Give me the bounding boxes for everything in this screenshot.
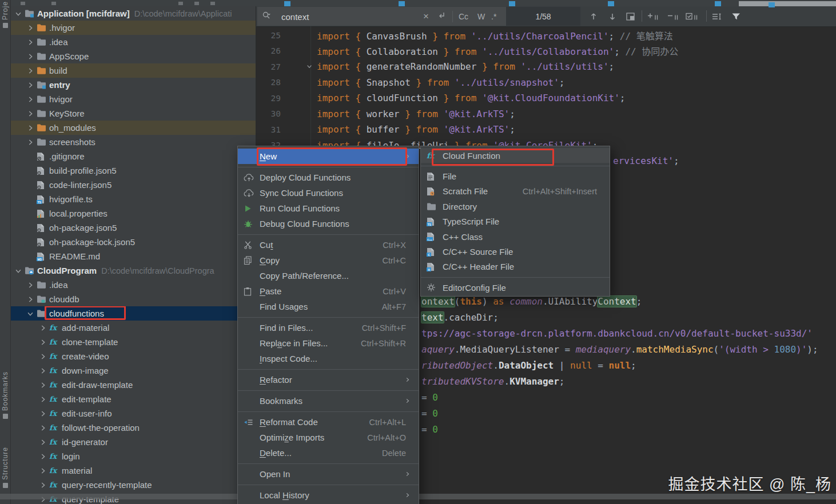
chevron-right-icon[interactable]	[26, 23, 37, 33]
chevron-right-icon[interactable]	[26, 109, 37, 118]
menu-item-replace-in-files[interactable]: Replace in Files... Ctrl+Shift+R	[238, 335, 419, 351]
tree-item-hvigor[interactable]: .hvigor	[10, 21, 256, 35]
tree-item-readme-md[interactable]: MD README.md	[10, 249, 256, 263]
tree-item-cloudfunctions[interactable]: cloudfunctions	[10, 306, 256, 321]
code-line-30[interactable]: 30 import { worker } from '@kit.ArkTS';	[256, 106, 836, 122]
chevron-right-icon[interactable]	[26, 281, 37, 290]
submenu-item-file[interactable]: File	[421, 169, 610, 183]
filter-icon[interactable]	[731, 12, 741, 21]
active-tab-fragment[interactable]	[739, 1, 836, 6]
newline-icon[interactable]	[437, 11, 445, 22]
tree-item-local-properties[interactable]: local.properties	[10, 206, 256, 221]
regex-toggle[interactable]: .*	[491, 12, 496, 21]
chevron-right-icon[interactable]	[39, 352, 49, 361]
tree-item-query-recently-template[interactable]: fx query-recently-template	[10, 478, 256, 492]
tree-item-id-generator[interactable]: fx id-generator	[10, 435, 256, 449]
chevron-right-icon[interactable]	[39, 438, 49, 447]
tree-item-edit-user-info[interactable]: fx edit-user-info	[10, 406, 256, 421]
submenu-item-cloud-function[interactable]: fx Cloud Function	[421, 148, 610, 163]
tree-item-clone-template[interactable]: fx clone-template	[10, 335, 256, 349]
menu-item-copy-path-reference[interactable]: Copy Path/Reference...	[238, 268, 419, 283]
chevron-right-icon[interactable]	[26, 52, 37, 61]
clear-search-icon[interactable]: ×	[423, 11, 429, 22]
menu-item-find-usages[interactable]: Find Usages Alt+F7	[238, 299, 419, 314]
menu-item-local-history[interactable]: Local History	[238, 487, 419, 503]
chevron-right-icon[interactable]	[26, 38, 37, 47]
menu-item-deploy-cloud-functions[interactable]: Deploy Cloud Functions	[238, 170, 419, 185]
menu-item-inspect-code[interactable]: Inspect Code...	[238, 351, 419, 366]
tab-fragment[interactable]	[509, 1, 515, 6]
chevron-right-icon[interactable]	[26, 138, 37, 147]
submenu-item-editorconfig-file[interactable]: EditorConfig File	[421, 280, 610, 295]
menu-item-optimize-imports[interactable]: Optimize Imports Ctrl+Alt+O	[238, 430, 419, 445]
submenu-item-scratch-file[interactable]: Scratch File Ctrl+Alt+Shift+Insert	[421, 184, 610, 199]
code-line-26[interactable]: 26 import { Collaboration } from '../uti…	[256, 43, 836, 59]
menu-item-open-in[interactable]: Open In	[238, 466, 419, 482]
menu-item-run-cloud-functions[interactable]: Run Cloud Functions	[238, 201, 419, 216]
code-line-31[interactable]: 31 import { buffer } from '@kit.ArkTS';	[256, 122, 836, 138]
chevron-right-icon[interactable]	[39, 452, 49, 461]
tree-item-create-video[interactable]: fx create-video	[10, 349, 256, 363]
tree-item-hvigorfile-ts[interactable]: TS hvigorfile.ts	[10, 192, 256, 206]
previous-occurrence-icon[interactable]	[590, 13, 597, 21]
chevron-right-icon[interactable]	[39, 481, 49, 490]
tree-item-application-mcifdraw[interactable]: Application [mcifdraw] D:\code\mcifdraw\…	[10, 6, 256, 21]
match-case-toggle[interactable]: Cc	[459, 12, 468, 21]
tree-item-hvigor[interactable]: hvigor	[10, 92, 256, 106]
add-occurrence-icon[interactable]	[647, 12, 660, 21]
chevron-down-icon[interactable]	[14, 266, 25, 275]
tree-item-oh-package-lock-json5[interactable]: oh-package-lock.json5	[10, 235, 256, 249]
menu-item-sync-cloud-functions[interactable]: Sync Cloud Functions	[238, 185, 419, 201]
tab-fragment[interactable]	[284, 1, 290, 6]
chevron-right-icon[interactable]	[39, 323, 49, 333]
tree-item-edit-template[interactable]: fx edit-template	[10, 392, 256, 406]
menu-item-find-in-files[interactable]: Find in Files... Ctrl+Shift+F	[238, 320, 419, 335]
sidebar-item-project[interactable]: Proje	[0, 1, 10, 28]
remove-occurrence-icon[interactable]	[667, 12, 680, 21]
tree-item-add-material[interactable]: fx add-material	[10, 321, 256, 335]
chevron-right-icon[interactable]	[26, 295, 37, 304]
submenu-item-c-c-header-file[interactable]: H C/C++ Header File	[421, 259, 610, 274]
menu-item-reformat-code[interactable]: Reformat Code Ctrl+Alt+L	[238, 414, 419, 430]
tree-item-oh-modules[interactable]: oh_modules	[10, 121, 256, 135]
open-in-find-window-icon[interactable]	[626, 13, 635, 21]
chevron-right-icon[interactable]	[39, 381, 49, 390]
code-line-28[interactable]: 28 import { Snapshot } from '../utils/sn…	[256, 75, 836, 91]
chevron-right-icon[interactable]	[39, 423, 49, 433]
submenu-item-c-c-source-file[interactable]: C C/C++ Source File	[421, 244, 610, 259]
tree-item-down-image[interactable]: fx down-image	[10, 363, 256, 378]
submenu-item-c-class[interactable]: C++ C++ Class	[421, 229, 610, 244]
menu-item-copy[interactable]: Copy Ctrl+C	[238, 253, 419, 268]
menu-item-paste[interactable]: Paste Ctrl+V	[238, 283, 419, 299]
chevron-down-icon[interactable]	[26, 309, 37, 318]
chevron-down-icon[interactable]	[14, 9, 25, 18]
sidebar-item-bookmarks[interactable]: Bookmarks	[0, 371, 10, 419]
tree-item-login[interactable]: fx login	[10, 449, 256, 463]
tree-item-cloudprogram[interactable]: CloudProgram D:\code\mcifdraw\CloudProgr…	[10, 263, 256, 278]
chevron-right-icon[interactable]	[26, 81, 37, 90]
chevron-right-icon[interactable]	[39, 395, 49, 404]
tree-item-keystore[interactable]: KeyStore	[10, 106, 256, 121]
chevron-right-icon[interactable]	[39, 409, 49, 418]
tree-item-appscope[interactable]: AppScope	[10, 49, 256, 63]
tree-item-oh-package-json5[interactable]: oh-package.json5	[10, 221, 256, 235]
chevron-right-icon[interactable]	[39, 466, 49, 475]
search-options-icon[interactable]	[712, 13, 722, 21]
search-input[interactable]: context × Cc W .*	[257, 7, 506, 26]
tab-fragment[interactable]	[399, 1, 405, 6]
submenu-item-directory[interactable]: Directory	[421, 199, 610, 214]
words-toggle[interactable]: W	[477, 12, 485, 21]
tree-item-build-profile-json5[interactable]: build-profile.json5	[10, 163, 256, 178]
select-all-occurrences-icon[interactable]	[686, 12, 699, 21]
tree-item-idea[interactable]: .idea	[10, 35, 256, 49]
menu-item-bookmarks[interactable]: Bookmarks	[238, 393, 419, 409]
menu-item-cut[interactable]: Cut Ctrl+X	[238, 237, 419, 253]
code-line-29[interactable]: 29 import { cloudFunction } from '@kit.C…	[256, 90, 836, 106]
chevron-right-icon[interactable]	[26, 66, 37, 75]
chevron-right-icon[interactable]	[39, 366, 49, 375]
tree-item-code-linter-json5[interactable]: code-linter.json5	[10, 178, 256, 192]
next-occurrence-icon[interactable]	[609, 13, 616, 21]
menu-item-delete[interactable]: Delete... Delete	[238, 445, 419, 461]
tree-item-clouddb[interactable]: clouddb	[10, 292, 256, 306]
menu-item-debug-cloud-functions[interactable]: Debug Cloud Functions	[238, 216, 419, 231]
